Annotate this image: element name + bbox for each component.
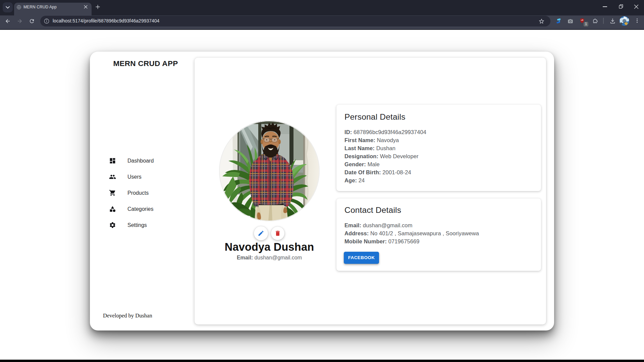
- svg-text:uB: uB: [581, 19, 583, 21]
